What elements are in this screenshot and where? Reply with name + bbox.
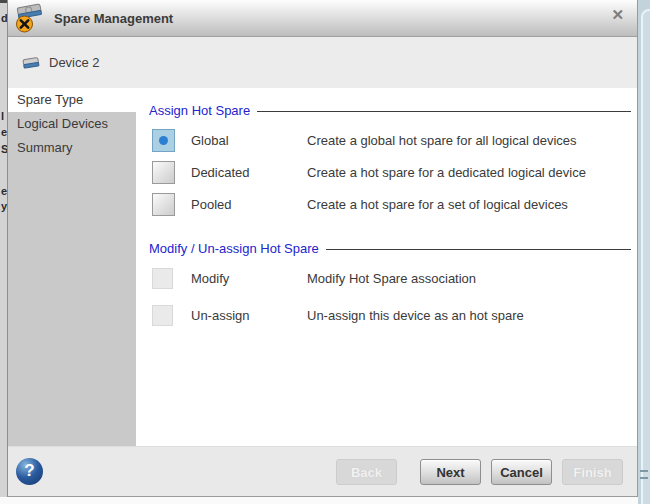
sidebar-item-spare-type[interactable]: Spare Type — [8, 88, 136, 112]
background-grip-lines — [640, 470, 648, 472]
option-label: Modify — [191, 271, 307, 286]
option-description: Un-assign this device as an hot spare — [307, 308, 631, 323]
section-title: Assign Hot Spare — [149, 104, 250, 118]
next-button[interactable]: Next — [420, 459, 481, 485]
option-un-assign-selector — [152, 305, 173, 326]
section-title: Modify / Un-assign Hot Spare — [149, 242, 319, 256]
dialog-title: Spare Management — [54, 11, 173, 26]
option-modify-selector — [152, 268, 173, 289]
section-rule — [326, 249, 631, 250]
option-label: Global — [191, 133, 307, 148]
option-label: Dedicated — [191, 165, 307, 180]
option-description: Create a hot spare for a set of logical … — [307, 197, 631, 212]
background-page-bottom-strip — [0, 497, 638, 504]
option-row-global: GlobalCreate a global hot spare for all … — [149, 129, 631, 152]
dialog-titlebar: Spare Management ✕ — [8, 0, 637, 37]
section-header-assign-hot-spare: Assign Hot Spare — [149, 104, 631, 118]
option-description: Modify Hot Spare association — [307, 271, 631, 286]
hard-drive-icon — [22, 55, 41, 71]
option-row-un-assign: Un-assignUn-assign this device as an hot… — [149, 304, 631, 327]
background-page-left-strip: d l e S e y — [0, 0, 7, 504]
option-label: Pooled — [191, 197, 307, 212]
spare-management-dialog: Spare Management ✕ Device 2 Spare TypeLo… — [7, 0, 638, 497]
back-button[interactable]: Back — [336, 459, 397, 485]
wizard-step-content: Assign Hot SpareGlobalCreate a global ho… — [136, 88, 637, 447]
option-pooled-selector[interactable] — [152, 193, 175, 216]
help-icon[interactable]: ? — [16, 458, 43, 485]
cancel-button[interactable]: Cancel — [491, 459, 552, 485]
footer-buttons: BackNextCancelFinish — [336, 459, 623, 485]
background-panel-edge — [641, 9, 650, 504]
option-row-pooled: PooledCreate a hot spare for a set of lo… — [149, 193, 631, 216]
option-row-modify: ModifyModify Hot Spare association — [149, 267, 631, 290]
option-label: Un-assign — [191, 308, 307, 323]
wizard-body: Spare TypeLogical DevicesSummary Assign … — [8, 88, 637, 447]
device-header: Device 2 — [8, 37, 637, 88]
option-description: Create a global hot spare for all logica… — [307, 133, 631, 148]
sidebar-item-summary[interactable]: Summary — [8, 136, 136, 160]
close-icon[interactable]: ✕ — [611, 7, 624, 22]
option-row-dedicated: DedicatedCreate a hot spare for a dedica… — [149, 161, 631, 184]
dialog-footer: ? BackNextCancelFinish — [8, 446, 637, 496]
section-rule — [257, 111, 631, 112]
device-name: Device 2 — [49, 55, 100, 70]
spare-management-icon — [14, 2, 44, 34]
background-artifact — [0, 0, 7, 3]
sidebar-item-logical-devices[interactable]: Logical Devices — [8, 112, 136, 136]
option-dedicated-selector[interactable] — [152, 161, 175, 184]
option-global-selector[interactable] — [152, 129, 175, 152]
wizard-steps-sidebar: Spare TypeLogical DevicesSummary — [8, 88, 136, 447]
section-header-modify-un-assign-hot-spare: Modify / Un-assign Hot Spare — [149, 242, 631, 256]
background-page-right-strip — [638, 0, 650, 504]
option-description: Create a hot spare for a dedicated logic… — [307, 165, 631, 180]
background-text-fragment: l — [1, 110, 4, 122]
finish-button[interactable]: Finish — [562, 459, 623, 485]
